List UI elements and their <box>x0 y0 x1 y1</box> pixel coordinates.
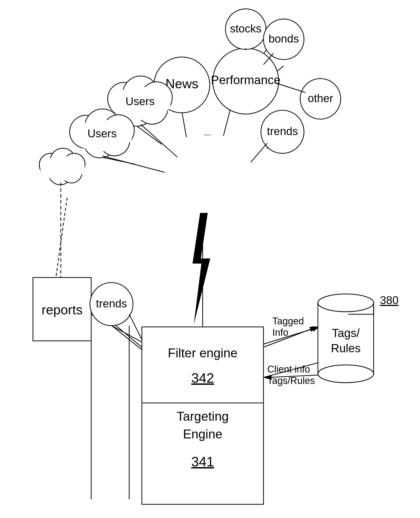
users-top-label: Users <box>126 95 155 107</box>
users-mid-label: Users <box>88 127 117 140</box>
tagged-info-text: Tagged <box>272 316 304 326</box>
svg-point-83 <box>318 294 374 312</box>
filter-engine-label: Filter engine <box>168 346 237 360</box>
trends-left-label: trends <box>96 297 127 310</box>
ref-380-label: 380 <box>380 294 398 306</box>
tagged-info-text2: Info <box>272 327 288 338</box>
stocks-label: stocks <box>230 22 262 35</box>
trends-left-node: trends <box>90 283 133 326</box>
main-cloud <box>129 135 291 229</box>
news-label: News <box>165 76 198 91</box>
filter-engine-number: 342 <box>191 370 214 385</box>
client-info-text: Client info <box>267 364 310 375</box>
tags-rules-label2: Rules <box>331 342 361 355</box>
performance-label: Performance <box>211 73 281 87</box>
reports-label: reports <box>42 302 83 317</box>
targeting-engine-label: Targeting <box>177 409 229 423</box>
other-node: other <box>300 79 341 119</box>
targeting-engine-label2: Engine <box>183 427 222 441</box>
tags-rules-label: Tags/ <box>332 326 360 340</box>
trends-right-node: trends <box>261 110 304 153</box>
other-label: other <box>308 92 333 104</box>
svg-point-40 <box>129 135 291 229</box>
targeting-engine-number: 341 <box>191 454 214 469</box>
bonds-node: bonds <box>263 19 304 60</box>
tags-rules-cylinder: Tags/ Rules <box>318 294 374 383</box>
trends-right-label: trends <box>267 125 298 137</box>
svg-point-84 <box>318 365 374 383</box>
svg-point-71 <box>40 156 85 180</box>
stocks-node: stocks <box>225 9 266 49</box>
reports-box: reports <box>33 278 91 341</box>
bonds-label: bonds <box>269 32 299 45</box>
